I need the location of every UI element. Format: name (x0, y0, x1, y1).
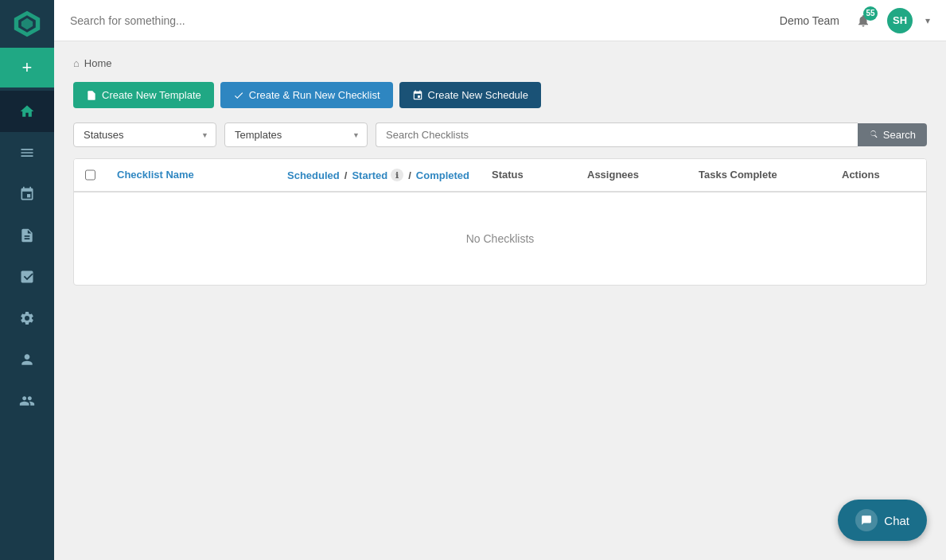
main-area: Demo Team 55 SH ▾ ⌂ Home Create New Temp… (54, 0, 946, 560)
avatar[interactable]: SH (887, 8, 913, 33)
team-name: Demo Team (780, 14, 839, 27)
th-actions: Actions (831, 159, 926, 191)
select-all-checkbox[interactable] (85, 169, 95, 181)
avatar-dropdown-icon[interactable]: ▾ (925, 15, 930, 26)
th-checklist-name: Checklist Name (106, 159, 276, 191)
add-button[interactable]: + (0, 48, 54, 88)
breadcrumb-home-label: Home (84, 57, 112, 69)
table-empty-message: No Checklists (74, 192, 926, 285)
topbar-right: Demo Team 55 SH ▾ (780, 8, 930, 33)
status-filter-wrapper: Statuses (73, 122, 216, 147)
app-logo (0, 0, 54, 48)
checklist-search-bar: Search (376, 122, 927, 147)
sidebar-item-home[interactable] (0, 91, 54, 132)
sidebar-item-lists[interactable] (0, 132, 54, 173)
sidebar-item-user[interactable] (0, 339, 54, 380)
th-tasks-complete: Tasks Complete (687, 159, 831, 191)
create-schedule-button[interactable]: Create New Schedule (399, 82, 541, 108)
table-header: Checklist Name Scheduled / Started ℹ / C… (74, 159, 926, 192)
template-filter-wrapper: Templates (224, 122, 368, 147)
content-area: ⌂ Home Create New Template Create & Run … (54, 41, 946, 560)
th-status: Status (481, 159, 576, 191)
status-filter[interactable]: Statuses (73, 122, 216, 147)
sidebar-nav (0, 91, 54, 422)
sidebar-item-calendar[interactable] (0, 173, 54, 215)
sidebar-item-documents[interactable] (0, 215, 54, 256)
sidebar: + (0, 0, 54, 560)
th-scheduled: Scheduled / Started ℹ / Completed (276, 159, 481, 191)
info-icon: ℹ (391, 169, 403, 181)
search-input[interactable] (70, 14, 780, 27)
th-assignees: Assignees (576, 159, 687, 191)
action-buttons: Create New Template Create & Run New Che… (73, 82, 927, 108)
topbar: Demo Team 55 SH ▾ (54, 0, 946, 41)
breadcrumb: ⌂ Home (73, 57, 927, 69)
template-filter[interactable]: Templates (224, 122, 368, 147)
filter-row: Statuses Templates Search (73, 122, 927, 147)
th-checkbox (74, 159, 106, 191)
create-template-button[interactable]: Create New Template (73, 82, 214, 108)
notifications-button[interactable]: 55 (852, 10, 874, 32)
create-run-button[interactable]: Create & Run New Checklist (220, 82, 393, 108)
checklist-search-button[interactable]: Search (858, 123, 927, 146)
checklist-search-input[interactable] (376, 122, 858, 147)
chat-icon (855, 509, 878, 531)
sidebar-item-reports[interactable] (0, 256, 54, 298)
chat-button[interactable]: Chat (838, 500, 927, 541)
sidebar-item-settings[interactable] (0, 298, 54, 339)
checklists-table: Checklist Name Scheduled / Started ℹ / C… (73, 158, 927, 286)
sidebar-item-team[interactable] (0, 380, 54, 422)
home-icon: ⌂ (73, 57, 80, 69)
notification-badge: 55 (863, 6, 878, 21)
